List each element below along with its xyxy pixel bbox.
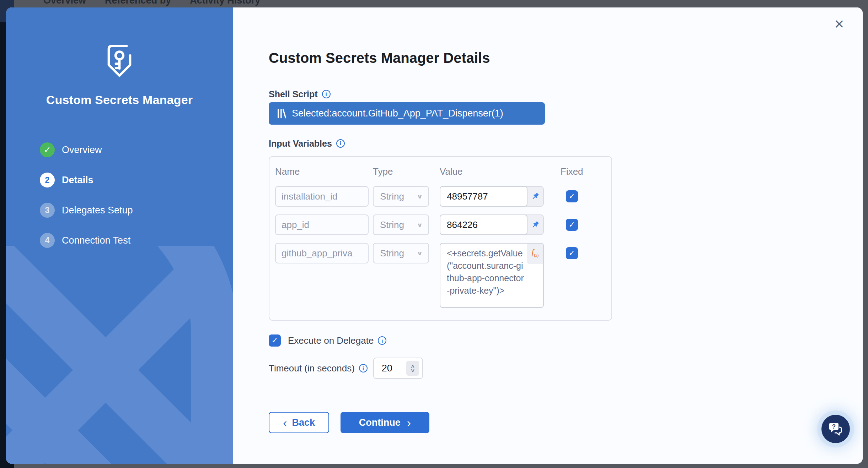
stepper-down-icon[interactable]: ∨ — [410, 368, 415, 372]
page-title: Custom Secrets Manager Details — [269, 49, 863, 66]
step-label: Delegates Setup — [62, 205, 133, 216]
variable-type-value: String — [380, 248, 404, 259]
help-chat-button[interactable]: ? — [821, 415, 850, 443]
variable-type-select[interactable]: String ∨ — [373, 186, 429, 207]
step-label: Details — [62, 175, 93, 186]
svg-text:?: ? — [832, 423, 836, 430]
execute-on-delegate-row: ✓ Execute on Delegate i — [269, 334, 863, 347]
chevron-left-icon: ‹ — [283, 417, 287, 429]
tab-referenced-by[interactable]: Referenced by — [105, 0, 171, 7]
wizard-footer: ‹ Back Continue › — [269, 412, 863, 433]
shell-script-template-select-button[interactable]: Selected:account.GitHub_App_PAT_Dispense… — [269, 102, 545, 125]
variable-type-value: String — [380, 191, 404, 202]
step-number: 3 — [40, 203, 55, 218]
input-variables-label: Input Variables i — [269, 138, 863, 149]
step-complete-check-icon: ✓ — [40, 142, 55, 157]
continue-button[interactable]: Continue › — [341, 412, 429, 433]
input-variables-panel: Name Type Value Fixed installation_id St… — [269, 156, 612, 321]
step-details[interactable]: 2 Details — [40, 172, 133, 188]
step-label: Connection Test — [62, 235, 130, 246]
selected-template-text: Selected:account.GitHub_App_PAT_Dispense… — [292, 108, 503, 119]
back-button-label: Back — [292, 417, 315, 428]
background-tab-bar: Overview Referenced by Activity History — [14, 0, 868, 7]
step-number: 2 — [40, 173, 55, 187]
wizard-title: Custom Secrets Manager — [6, 93, 233, 107]
variable-type-select[interactable]: String ∨ — [373, 214, 429, 235]
timeout-value: 20 — [374, 363, 392, 374]
tab-activity-history[interactable]: Activity History — [190, 0, 260, 7]
custom-secrets-manager-modal: Custom Secrets Manager ✓ Overview 2 Deta… — [6, 7, 863, 464]
timeout-input[interactable]: 20 ∧ ∨ — [373, 358, 423, 379]
variable-row-github-app-private-key: github_app_priva String ∨ <+secrets.getV… — [275, 243, 606, 308]
fixed-checkbox-checked[interactable]: ✓ — [566, 219, 578, 231]
chevron-down-icon: ∨ — [417, 250, 423, 256]
chevron-down-icon: ∨ — [417, 193, 423, 200]
fixed-value-pin-icon[interactable] — [527, 215, 543, 234]
input-variables-label-text: Input Variables — [269, 138, 332, 149]
timeout-stepper[interactable]: ∧ ∨ — [406, 361, 419, 376]
close-icon[interactable]: × — [831, 15, 848, 32]
expression-fx-icon[interactable]: f(x) — [527, 244, 543, 264]
wizard-sidebar: Custom Secrets Manager ✓ Overview 2 Deta… — [6, 7, 233, 464]
execute-on-delegate-label: Execute on Delegate — [288, 335, 374, 346]
harness-logo-watermark — [6, 246, 233, 464]
chevron-right-icon: › — [407, 417, 411, 429]
variable-row-installation-id: installation_id String ∨ — [275, 186, 606, 207]
variable-value-group — [440, 186, 544, 207]
timeout-label: Timeout (in seconds) — [269, 363, 355, 374]
shell-script-info-icon[interactable]: i — [322, 90, 331, 98]
shell-script-label: Shell Script i — [269, 89, 863, 99]
step-connection-test[interactable]: 4 Connection Test — [40, 233, 133, 248]
step-number: 4 — [40, 233, 55, 248]
step-overview[interactable]: ✓ Overview — [40, 142, 133, 158]
column-header-fixed: Fixed — [552, 166, 586, 177]
template-library-icon — [277, 108, 286, 119]
column-header-type: Type — [373, 166, 429, 177]
fixed-value-pin-icon[interactable] — [527, 187, 543, 206]
input-variables-info-icon[interactable]: i — [336, 139, 345, 148]
continue-button-label: Continue — [359, 417, 401, 428]
variable-name-input[interactable]: installation_id — [275, 186, 369, 207]
variable-value-group — [440, 214, 544, 235]
wizard-steps: ✓ Overview 2 Details 3 Delegates Setup 4… — [40, 142, 133, 263]
fixed-checkbox-checked[interactable]: ✓ — [566, 247, 578, 259]
variable-type-select[interactable]: String ∨ — [373, 243, 429, 263]
variable-name-input[interactable]: github_app_priva — [275, 243, 369, 263]
step-label: Overview — [62, 145, 102, 156]
variable-row-app-id: app_id String ∨ — [275, 214, 606, 235]
column-header-name: Name — [275, 166, 369, 177]
wizard-content: × Custom Secrets Manager Details Shell S… — [233, 7, 863, 464]
timeout-info-icon[interactable]: i — [359, 364, 368, 372]
chevron-down-icon: ∨ — [417, 221, 423, 228]
execute-on-delegate-info-icon[interactable]: i — [378, 336, 386, 345]
variable-value-input[interactable] — [440, 214, 527, 235]
variable-value-group: <+secrets.getValue("account.suranc-githu… — [440, 243, 544, 308]
variable-value-input[interactable] — [440, 186, 527, 207]
back-button[interactable]: ‹ Back — [269, 412, 329, 433]
input-variables-header-row: Name Type Value Fixed — [275, 166, 606, 177]
shell-script-label-text: Shell Script — [269, 89, 318, 99]
variable-type-value: String — [380, 219, 404, 230]
column-header-value: Value — [440, 166, 544, 177]
secrets-manager-shield-key-icon — [104, 44, 135, 79]
tab-overview[interactable]: Overview — [43, 0, 86, 7]
fixed-checkbox-checked[interactable]: ✓ — [566, 190, 578, 202]
timeout-row: Timeout (in seconds) i 20 ∧ ∨ — [269, 358, 863, 379]
help-chat-icon: ? — [828, 421, 843, 436]
variable-name-input[interactable]: app_id — [275, 214, 369, 235]
execute-on-delegate-checkbox-checked[interactable]: ✓ — [269, 334, 281, 347]
step-delegates-setup[interactable]: 3 Delegates Setup — [40, 202, 133, 218]
